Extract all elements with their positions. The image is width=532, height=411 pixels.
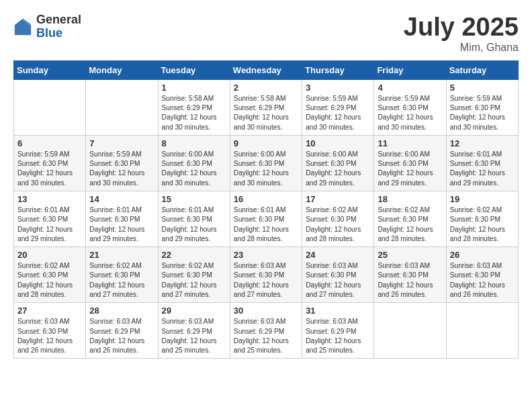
day-info: Sunrise: 5:59 AM Sunset: 6:30 PM Dayligh… (450, 94, 515, 132)
day-info: Sunrise: 6:03 AM Sunset: 6:29 PM Dayligh… (306, 317, 370, 355)
logo-icon (13, 17, 32, 36)
weekday-header: Friday (374, 60, 446, 79)
day-number: 23 (234, 250, 298, 260)
day-info: Sunrise: 6:02 AM Sunset: 6:30 PM Dayligh… (89, 261, 154, 300)
calendar-cell: 30Sunrise: 6:03 AM Sunset: 6:29 PM Dayli… (230, 303, 302, 359)
calendar-week-row: 20Sunrise: 6:02 AM Sunset: 6:30 PM Dayli… (14, 247, 519, 303)
day-number: 21 (89, 250, 154, 260)
day-number: 1 (162, 83, 226, 93)
day-number: 9 (234, 138, 298, 148)
calendar-cell: 8Sunrise: 6:00 AM Sunset: 6:30 PM Daylig… (158, 135, 230, 191)
calendar-cell: 10Sunrise: 6:00 AM Sunset: 6:30 PM Dayli… (302, 135, 374, 191)
calendar-cell: 6Sunrise: 5:59 AM Sunset: 6:30 PM Daylig… (14, 135, 86, 191)
calendar-cell: 27Sunrise: 6:03 AM Sunset: 6:30 PM Dayli… (14, 303, 86, 359)
day-info: Sunrise: 6:00 AM Sunset: 6:30 PM Dayligh… (378, 150, 442, 188)
calendar-cell: 26Sunrise: 6:03 AM Sunset: 6:30 PM Dayli… (446, 247, 518, 303)
day-number: 11 (378, 138, 442, 148)
day-info: Sunrise: 6:02 AM Sunset: 6:30 PM Dayligh… (306, 205, 370, 244)
weekday-header: Tuesday (158, 60, 230, 79)
day-info: Sunrise: 6:03 AM Sunset: 6:30 PM Dayligh… (378, 261, 442, 300)
calendar-cell: 12Sunrise: 6:01 AM Sunset: 6:30 PM Dayli… (446, 135, 518, 191)
calendar-cell: 14Sunrise: 6:01 AM Sunset: 6:30 PM Dayli… (86, 191, 158, 247)
day-number: 13 (17, 194, 82, 204)
day-info: Sunrise: 6:01 AM Sunset: 6:30 PM Dayligh… (162, 205, 226, 244)
day-number: 19 (450, 194, 515, 204)
calendar-week-row: 6Sunrise: 5:59 AM Sunset: 6:30 PM Daylig… (14, 135, 519, 191)
calendar-cell: 7Sunrise: 5:59 AM Sunset: 6:30 PM Daylig… (86, 135, 158, 191)
weekday-header: Saturday (446, 60, 518, 79)
calendar-cell: 3Sunrise: 5:59 AM Sunset: 6:29 PM Daylig… (302, 79, 374, 135)
calendar-cell: 24Sunrise: 6:03 AM Sunset: 6:30 PM Dayli… (302, 247, 374, 303)
day-number: 20 (17, 250, 82, 260)
calendar-cell: 15Sunrise: 6:01 AM Sunset: 6:30 PM Dayli… (158, 191, 230, 247)
day-number: 3 (306, 83, 370, 93)
page-header: General Blue July 2025 Mim, Ghana (13, 13, 519, 54)
calendar-cell: 17Sunrise: 6:02 AM Sunset: 6:30 PM Dayli… (302, 191, 374, 247)
logo: General Blue (13, 13, 81, 40)
day-number: 27 (17, 306, 82, 316)
calendar-cell: 16Sunrise: 6:01 AM Sunset: 6:30 PM Dayli… (230, 191, 302, 247)
calendar-week-row: 13Sunrise: 6:01 AM Sunset: 6:30 PM Dayli… (14, 191, 519, 247)
calendar-cell: 13Sunrise: 6:01 AM Sunset: 6:30 PM Dayli… (14, 191, 86, 247)
calendar-cell: 9Sunrise: 6:00 AM Sunset: 6:30 PM Daylig… (230, 135, 302, 191)
title-block: July 2025 Mim, Ghana (404, 13, 519, 54)
calendar-cell: 21Sunrise: 6:02 AM Sunset: 6:30 PM Dayli… (86, 247, 158, 303)
weekday-header: Monday (86, 60, 158, 79)
weekday-header: Sunday (14, 60, 86, 79)
day-info: Sunrise: 6:02 AM Sunset: 6:30 PM Dayligh… (450, 205, 515, 244)
weekday-header: Thursday (302, 60, 374, 79)
logo-blue-text: Blue (36, 27, 81, 40)
calendar-cell: 18Sunrise: 6:02 AM Sunset: 6:30 PM Dayli… (374, 191, 446, 247)
day-info: Sunrise: 5:59 AM Sunset: 6:29 PM Dayligh… (306, 94, 370, 132)
calendar-table: SundayMondayTuesdayWednesdayThursdayFrid… (13, 60, 519, 359)
calendar-cell: 5Sunrise: 5:59 AM Sunset: 6:30 PM Daylig… (446, 79, 518, 135)
day-info: Sunrise: 5:58 AM Sunset: 6:29 PM Dayligh… (162, 94, 226, 132)
day-info: Sunrise: 5:59 AM Sunset: 6:30 PM Dayligh… (17, 150, 82, 188)
day-info: Sunrise: 6:01 AM Sunset: 6:30 PM Dayligh… (450, 150, 515, 188)
day-info: Sunrise: 6:03 AM Sunset: 6:29 PM Dayligh… (89, 317, 154, 355)
calendar-cell: 20Sunrise: 6:02 AM Sunset: 6:30 PM Dayli… (14, 247, 86, 303)
day-number: 18 (378, 194, 442, 204)
day-number: 26 (450, 250, 515, 260)
calendar-cell: 4Sunrise: 5:59 AM Sunset: 6:30 PM Daylig… (374, 79, 446, 135)
day-info: Sunrise: 6:03 AM Sunset: 6:30 PM Dayligh… (17, 317, 82, 355)
calendar-cell: 11Sunrise: 6:00 AM Sunset: 6:30 PM Dayli… (374, 135, 446, 191)
day-number: 4 (378, 83, 442, 93)
calendar-cell: 28Sunrise: 6:03 AM Sunset: 6:29 PM Dayli… (86, 303, 158, 359)
month-title: July 2025 (404, 13, 519, 42)
logo-general-text: General (36, 13, 81, 27)
day-number: 25 (378, 250, 442, 260)
day-info: Sunrise: 6:02 AM Sunset: 6:30 PM Dayligh… (378, 205, 442, 244)
calendar-cell: 1Sunrise: 5:58 AM Sunset: 6:29 PM Daylig… (158, 79, 230, 135)
day-info: Sunrise: 6:03 AM Sunset: 6:30 PM Dayligh… (306, 261, 370, 300)
day-number: 2 (234, 83, 298, 93)
calendar-cell (86, 79, 158, 135)
day-info: Sunrise: 6:00 AM Sunset: 6:30 PM Dayligh… (306, 150, 370, 188)
day-info: Sunrise: 5:58 AM Sunset: 6:29 PM Dayligh… (234, 94, 298, 132)
day-info: Sunrise: 6:01 AM Sunset: 6:30 PM Dayligh… (234, 205, 298, 244)
day-info: Sunrise: 6:00 AM Sunset: 6:30 PM Dayligh… (162, 150, 226, 188)
day-info: Sunrise: 6:02 AM Sunset: 6:30 PM Dayligh… (17, 261, 82, 300)
day-info: Sunrise: 6:03 AM Sunset: 6:30 PM Dayligh… (234, 261, 298, 300)
day-number: 6 (17, 138, 82, 148)
day-info: Sunrise: 6:03 AM Sunset: 6:30 PM Dayligh… (450, 261, 515, 300)
day-info: Sunrise: 6:01 AM Sunset: 6:30 PM Dayligh… (17, 205, 82, 244)
calendar-cell: 31Sunrise: 6:03 AM Sunset: 6:29 PM Dayli… (302, 303, 374, 359)
calendar-cell: 19Sunrise: 6:02 AM Sunset: 6:30 PM Dayli… (446, 191, 518, 247)
day-number: 24 (306, 250, 370, 260)
day-number: 12 (450, 138, 515, 148)
day-number: 28 (89, 306, 154, 316)
day-number: 16 (234, 194, 298, 204)
day-info: Sunrise: 6:01 AM Sunset: 6:30 PM Dayligh… (89, 205, 154, 244)
day-number: 30 (234, 306, 298, 316)
day-number: 14 (89, 194, 154, 204)
logo-text: General Blue (36, 13, 81, 40)
day-info: Sunrise: 6:03 AM Sunset: 6:29 PM Dayligh… (162, 317, 226, 355)
calendar-cell: 29Sunrise: 6:03 AM Sunset: 6:29 PM Dayli… (158, 303, 230, 359)
calendar-cell: 25Sunrise: 6:03 AM Sunset: 6:30 PM Dayli… (374, 247, 446, 303)
calendar-cell (446, 303, 518, 359)
calendar-cell: 23Sunrise: 6:03 AM Sunset: 6:30 PM Dayli… (230, 247, 302, 303)
calendar-cell: 22Sunrise: 6:02 AM Sunset: 6:30 PM Dayli… (158, 247, 230, 303)
calendar-week-row: 1Sunrise: 5:58 AM Sunset: 6:29 PM Daylig… (14, 79, 519, 135)
location-title: Mim, Ghana (404, 42, 519, 54)
